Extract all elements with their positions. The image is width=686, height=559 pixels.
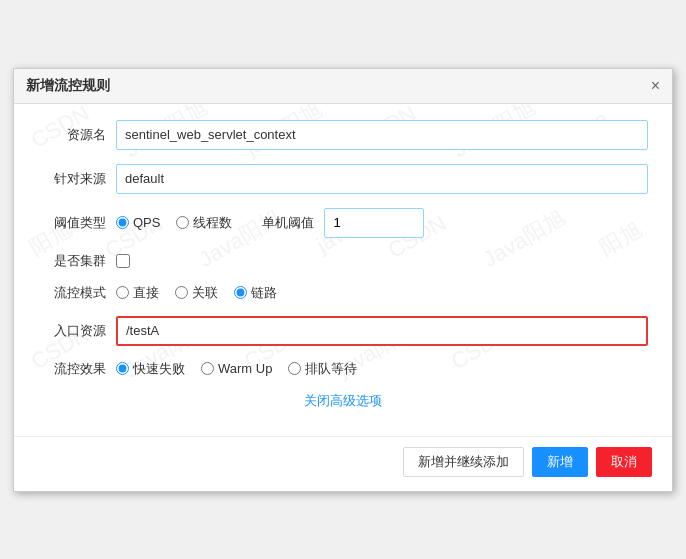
fast-fail-radio-item[interactable]: 快速失败 xyxy=(116,360,185,378)
qps-radio[interactable] xyxy=(116,216,129,229)
queue-radio-item[interactable]: 排队等待 xyxy=(288,360,357,378)
dialog-footer: 新增并继续添加 新增 取消 xyxy=(14,436,672,491)
resource-label: 资源名 xyxy=(38,126,106,144)
chain-label: 链路 xyxy=(251,284,277,302)
dialog: 新增流控规则 × CSDNJava阳旭java阳旭 CSDNJava阳旭java… xyxy=(13,68,673,492)
thread-radio-item[interactable]: 线程数 xyxy=(176,214,232,232)
advanced-toggle-label: 关闭高级选项 xyxy=(304,393,382,408)
fast-fail-label: 快速失败 xyxy=(133,360,185,378)
direct-radio-item[interactable]: 直接 xyxy=(116,284,159,302)
direct-radio[interactable] xyxy=(116,286,129,299)
add-button[interactable]: 新增 xyxy=(532,447,588,477)
flow-effect-radio-group: 快速失败 Warm Up 排队等待 xyxy=(116,360,357,378)
associate-label: 关联 xyxy=(192,284,218,302)
target-input[interactable] xyxy=(116,164,648,194)
cluster-row: 是否集群 xyxy=(38,252,648,270)
threshold-type-group: QPS 线程数 单机阈值 xyxy=(116,208,648,238)
warm-up-radio[interactable] xyxy=(201,362,214,375)
entry-resource-input[interactable] xyxy=(116,316,648,346)
target-row: 针对来源 xyxy=(38,164,648,194)
flow-mode-radio-group: 直接 关联 链路 xyxy=(116,284,277,302)
resource-row: 资源名 xyxy=(38,120,648,150)
add-continue-button[interactable]: 新增并继续添加 xyxy=(403,447,524,477)
thread-radio[interactable] xyxy=(176,216,189,229)
cluster-label: 是否集群 xyxy=(38,252,106,270)
associate-radio-item[interactable]: 关联 xyxy=(175,284,218,302)
thread-label: 线程数 xyxy=(193,214,232,232)
dialog-header: 新增流控规则 × xyxy=(14,69,672,104)
watermark: CSDNJava阳旭java阳旭 CSDNJava阳旭java 阳旭CSDNJa… xyxy=(14,104,672,436)
dialog-body: CSDNJava阳旭java阳旭 CSDNJava阳旭java 阳旭CSDNJa… xyxy=(14,104,672,436)
direct-label: 直接 xyxy=(133,284,159,302)
close-button[interactable]: × xyxy=(651,78,660,94)
flow-mode-row: 流控模式 直接 关联 链路 xyxy=(38,284,648,302)
cluster-checkbox-group xyxy=(116,254,130,268)
entry-resource-label: 入口资源 xyxy=(38,322,106,340)
flow-effect-row: 流控效果 快速失败 Warm Up 排队等待 xyxy=(38,360,648,378)
warm-up-label: Warm Up xyxy=(218,361,272,376)
queue-label: 排队等待 xyxy=(305,360,357,378)
qps-radio-item[interactable]: QPS xyxy=(116,215,160,230)
cancel-button[interactable]: 取消 xyxy=(596,447,652,477)
threshold-type-row: 阈值类型 QPS 线程数 单机阈值 xyxy=(38,208,648,238)
qps-label: QPS xyxy=(133,215,160,230)
chain-radio-item[interactable]: 链路 xyxy=(234,284,277,302)
queue-radio[interactable] xyxy=(288,362,301,375)
threshold-type-label: 阈值类型 xyxy=(38,214,106,232)
warm-up-radio-item[interactable]: Warm Up xyxy=(201,361,272,376)
entry-resource-row: 入口资源 xyxy=(38,316,648,346)
chain-radio[interactable] xyxy=(234,286,247,299)
single-threshold-input[interactable] xyxy=(324,208,424,238)
resource-input[interactable] xyxy=(116,120,648,150)
associate-radio[interactable] xyxy=(175,286,188,299)
dialog-title: 新增流控规则 xyxy=(26,77,110,95)
flow-mode-label: 流控模式 xyxy=(38,284,106,302)
fast-fail-radio[interactable] xyxy=(116,362,129,375)
flow-effect-label: 流控效果 xyxy=(38,360,106,378)
advanced-toggle[interactable]: 关闭高级选项 xyxy=(38,392,648,410)
threshold-type-radio-group: QPS 线程数 xyxy=(116,214,232,232)
target-label: 针对来源 xyxy=(38,170,106,188)
cluster-checkbox[interactable] xyxy=(116,254,130,268)
single-threshold-label: 单机阈值 xyxy=(262,214,314,232)
